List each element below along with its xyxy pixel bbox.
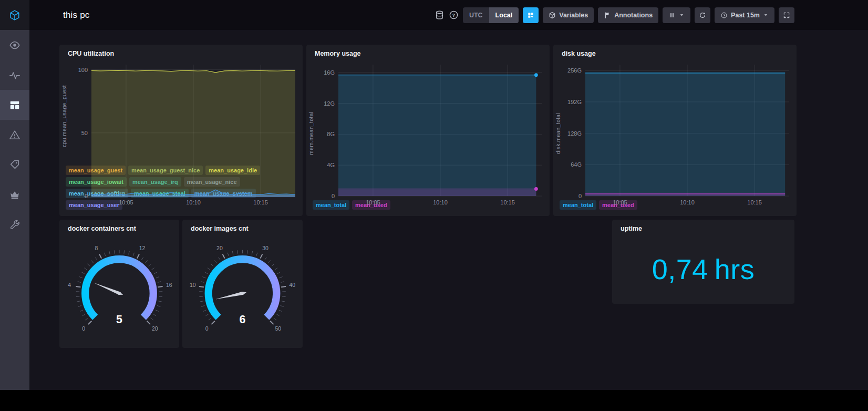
series-end-dot-mean_total — [534, 73, 538, 77]
gauge-minor-tick — [281, 282, 284, 283]
gauge-minor-tick — [278, 310, 282, 312]
gauge-minor-tick — [219, 258, 221, 260]
y-tick-label: 12G — [324, 100, 335, 107]
gauge-minor-tick — [79, 277, 82, 278]
gauge-tick-label: 30 — [262, 245, 268, 251]
disk-plot[interactable]: 10:0510:1010:15064G128G192G256G — [562, 59, 797, 208]
gauge-tick-label: 20 — [216, 245, 223, 251]
gauge-minor-tick — [109, 251, 110, 254]
y-tick-label: 0 — [578, 193, 582, 199]
x-tick-label: 10:05 — [613, 199, 627, 206]
gauge-minor-tick — [265, 258, 267, 260]
gauge-arc — [85, 259, 153, 317]
x-tick-label: 10:15 — [500, 199, 515, 206]
gauge-major-tick — [76, 286, 80, 287]
gauge-minor-tick — [153, 314, 157, 316]
gauge-minor-tick — [156, 277, 159, 278]
gauge-minor-tick — [228, 253, 229, 256]
gauge-minor-tick — [211, 264, 213, 266]
series-area-mean_used — [585, 194, 785, 196]
gauge-minor-tick — [232, 251, 233, 254]
gauge-minor-tick — [209, 318, 211, 320]
gauge-minor-tick — [78, 282, 81, 283]
memory-plot[interactable]: 10:0510:1010:1504G8G12G16G — [315, 59, 550, 208]
cell-title[interactable]: docker images cnt — [182, 220, 303, 234]
gauge-tick-label: 0 — [205, 325, 209, 332]
gauge-tick-label: 0 — [82, 325, 85, 332]
gauge-minor-tick — [105, 253, 106, 256]
cell-disk-usage: disk usage disk.mean_total 10:0510:1010:… — [553, 45, 797, 216]
cpu-utilization-graph[interactable]: 10:0510:1010:15050100 — [68, 59, 303, 163]
cell-docker-images: docker images cnt 010203040506 — [182, 220, 303, 348]
disk-usage-graph[interactable]: 10:0510:1010:15064G128G192G256G — [562, 59, 797, 198]
gauge-minor-tick — [84, 268, 87, 270]
gauge-arc — [209, 259, 277, 317]
cell-memory-usage: Memory usage mem.mean_total 10:0510:1010… — [306, 45, 550, 216]
gauge-minor-tick — [274, 318, 276, 320]
y-tick-label: 50 — [81, 130, 88, 136]
cell-title[interactable]: CPU utilization — [59, 45, 303, 59]
y-axis-label: disk.mean_total — [553, 59, 562, 198]
gauge-minor-tick — [129, 251, 130, 254]
cell-title[interactable]: disk usage — [553, 45, 797, 59]
series-area-mean_usage_idle — [91, 70, 295, 196]
docker_containers-gauge-plot: 0481216205 — [59, 234, 179, 348]
docker-containers-gauge: 0481216205 — [59, 234, 179, 348]
cell-title[interactable]: Memory usage — [306, 45, 550, 59]
x-tick-label: 10:05 — [366, 199, 380, 206]
cpu-plot[interactable]: 10:0510:1010:15050100 — [68, 59, 303, 208]
gauge-minor-tick — [156, 310, 159, 312]
gauge-major-tick — [270, 321, 273, 324]
gauge-tick-label: 20 — [152, 325, 158, 332]
gauge-tick-label: 10 — [190, 282, 196, 288]
memory-usage-graph[interactable]: 10:0510:1010:1504G8G12G16G — [315, 59, 550, 198]
gauge-major-tick — [99, 254, 101, 259]
gauge-minor-tick — [78, 305, 81, 306]
gauge-major-tick — [223, 254, 225, 259]
gauge-minor-tick — [205, 272, 208, 274]
gauge-minor-tick — [85, 318, 88, 320]
gauge-minor-tick — [276, 314, 280, 316]
gauge-minor-tick — [76, 296, 79, 297]
gauge-major-tick — [147, 321, 150, 324]
gauge-major-tick — [199, 286, 204, 287]
cell-title[interactable]: docker containers cnt — [59, 220, 179, 234]
x-tick-label: 10:10 — [680, 199, 695, 206]
gauge-value: 5 — [116, 313, 122, 326]
gauge-tick-label: 4 — [68, 282, 71, 288]
y-tick-label: 128G — [567, 130, 582, 137]
y-tick-label: 192G — [567, 99, 582, 105]
cell-cpu-utilization: CPU utilization cpu.mean_usage_guest 10:… — [59, 45, 303, 216]
gauge-minor-tick — [208, 268, 210, 270]
gauge-minor-tick — [237, 250, 238, 253]
series-area-mean_total — [338, 75, 536, 196]
gauge-minor-tick — [200, 301, 203, 302]
gauge-tick-label: 8 — [95, 245, 98, 251]
docker_images-gauge-plot: 010203040506 — [182, 234, 303, 348]
gauge-minor-tick — [201, 305, 204, 306]
gauge-minor-tick — [272, 264, 274, 266]
y-tick-label: 64G — [571, 161, 582, 168]
cell-title[interactable]: uptime — [612, 220, 794, 234]
gauge-minor-tick — [256, 253, 257, 256]
gauge-minor-tick — [158, 282, 161, 283]
gauge-minor-tick — [205, 314, 209, 316]
x-tick-label: 10:05 — [119, 199, 133, 206]
uptime-value: 0,74 — [652, 253, 708, 285]
gauge-minor-tick — [133, 253, 134, 256]
dashboard-grid: CPU utilization cpu.mean_usage_guest 10:… — [0, 0, 868, 390]
gauge-minor-tick — [201, 282, 204, 283]
gauge-major-tick — [137, 254, 139, 259]
gauge-tick-label: 16 — [166, 282, 172, 288]
gauge-major-tick — [88, 321, 91, 324]
y-tick-label: 4G — [327, 162, 335, 168]
gauge-minor-tick — [202, 277, 205, 278]
gauge-minor-tick — [275, 268, 277, 270]
gauge-minor-tick — [282, 296, 285, 297]
gauge-tick-label: 40 — [289, 282, 295, 288]
gauge-tick-label: 50 — [275, 325, 281, 332]
gauge-minor-tick — [151, 268, 154, 270]
docker-images-gauge: 010203040506 — [182, 234, 303, 348]
gauge-major-tick — [158, 286, 163, 287]
gauge-minor-tick — [268, 260, 271, 263]
